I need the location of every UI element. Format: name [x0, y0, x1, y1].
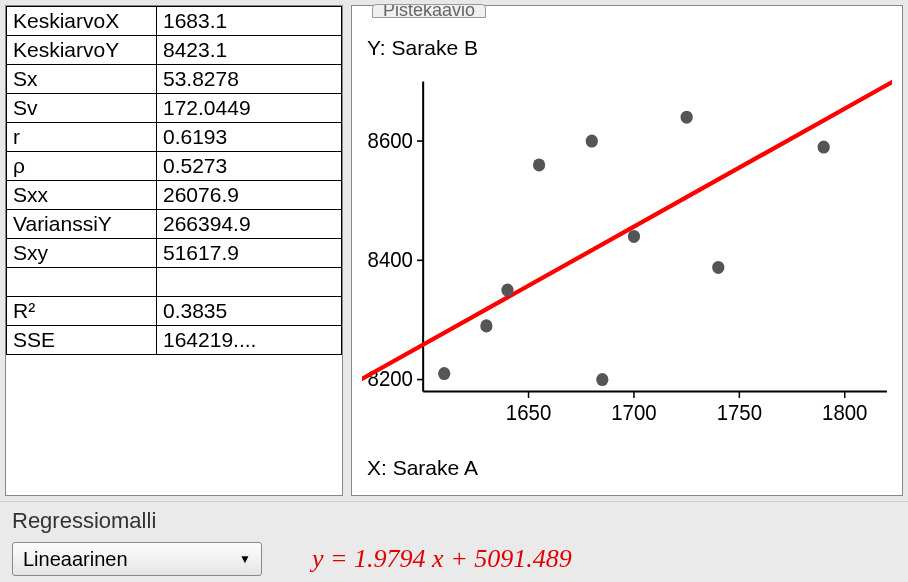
x-axis-label: X: Sarake A	[367, 456, 478, 480]
stats-blank-row	[7, 268, 342, 297]
regression-equation: y = 1.9794 x + 5091.489	[312, 544, 572, 574]
data-point	[586, 135, 598, 148]
stats-value: 51617.9	[157, 239, 342, 268]
stats-row: Sx53.8278	[7, 65, 342, 94]
chart-tab[interactable]: Pistekaavio	[372, 4, 486, 18]
stats-row: VarianssiY266394.9	[7, 210, 342, 239]
stats-label: r	[7, 123, 157, 152]
stats-row: KeskiarvoX1683.1	[7, 7, 342, 36]
stats-label: VarianssiY	[7, 210, 157, 239]
stats-row: SSE164219....	[7, 326, 342, 355]
stats-value: 26076.9	[157, 181, 342, 210]
stats-label: Sxy	[7, 239, 157, 268]
stats-label: Sx	[7, 65, 157, 94]
stats-label: Sv	[7, 94, 157, 123]
stats-row: Sv172.0449	[7, 94, 342, 123]
model-select[interactable]: Lineaarinen ▼	[12, 542, 262, 576]
data-point	[712, 261, 724, 274]
regression-line	[362, 76, 892, 380]
svg-text:1750: 1750	[717, 400, 762, 424]
stats-value: 0.6193	[157, 123, 342, 152]
chevron-down-icon: ▼	[239, 552, 251, 566]
y-axis-label: Y: Sarake B	[367, 36, 478, 60]
data-point	[596, 373, 608, 386]
stats-row: r0.6193	[7, 123, 342, 152]
stats-panel: KeskiarvoX1683.1KeskiarvoY8423.1Sx53.827…	[5, 5, 343, 496]
stats-value: 164219....	[157, 326, 342, 355]
stats-value: 266394.9	[157, 210, 342, 239]
stats-label: Sxx	[7, 181, 157, 210]
stats-value: 1683.1	[157, 7, 342, 36]
stats-value: 0.5273	[157, 152, 342, 181]
stats-row: ρ0.5273	[7, 152, 342, 181]
svg-text:8400: 8400	[368, 247, 413, 271]
regression-section: Regressiomalli Lineaarinen ▼ y = 1.9794 …	[0, 501, 908, 582]
stats-value: 0.3835	[157, 297, 342, 326]
data-point	[818, 140, 830, 153]
stats-table: KeskiarvoX1683.1KeskiarvoY8423.1Sx53.827…	[6, 6, 342, 355]
data-point	[438, 367, 450, 380]
regression-label: Regressiomalli	[12, 508, 896, 534]
stats-row: KeskiarvoY8423.1	[7, 36, 342, 65]
model-select-value: Lineaarinen	[23, 548, 128, 571]
data-point	[681, 111, 693, 124]
stats-row: Sxx26076.9	[7, 181, 342, 210]
stats-value: 172.0449	[157, 94, 342, 123]
stats-label: SSE	[7, 326, 157, 355]
chart-panel: Pistekaavio Y: Sarake B 8600840082001650…	[351, 5, 903, 496]
stats-label: ρ	[7, 152, 157, 181]
scatter-plot: 8600840082001650170017501800	[362, 76, 892, 435]
data-point	[480, 319, 492, 332]
svg-text:8600: 8600	[368, 128, 413, 152]
stats-value: 53.8278	[157, 65, 342, 94]
svg-text:1800: 1800	[822, 400, 867, 424]
stats-row: Sxy51617.9	[7, 239, 342, 268]
stats-label: R²	[7, 297, 157, 326]
stats-label: KeskiarvoY	[7, 36, 157, 65]
stats-value: 8423.1	[157, 36, 342, 65]
stats-label: KeskiarvoX	[7, 7, 157, 36]
data-point	[501, 284, 513, 297]
svg-text:1700: 1700	[611, 400, 656, 424]
svg-text:1650: 1650	[506, 400, 551, 424]
data-point	[628, 230, 640, 243]
stats-row: R²0.3835	[7, 297, 342, 326]
data-point	[533, 158, 545, 171]
